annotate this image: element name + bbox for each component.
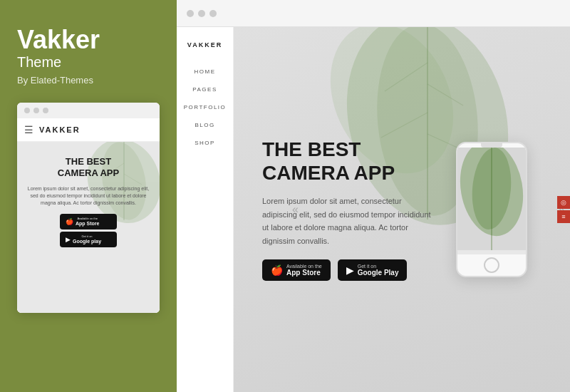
browser-bar — [177, 0, 570, 27]
phone-leaf-decoration — [457, 148, 526, 250]
mini-google-text: Get it onGoogle play — [73, 234, 101, 244]
nav-item-portfolio[interactable]: PORTFOLIO — [177, 98, 233, 116]
mini-google-badge[interactable]: ▶ Get it onGoogle play — [60, 232, 117, 247]
nav-item-pages[interactable]: PAGES — [177, 81, 233, 98]
browser-dot-2 — [198, 10, 205, 17]
edge-icon-2[interactable]: ≡ — [557, 210, 570, 223]
phone-screen — [457, 148, 526, 254]
hero-content: THE BESTCAMERA APP Lorem ipsum dolor sit… — [234, 138, 433, 280]
google-play-icon: ▶ — [346, 264, 354, 276]
edge-icon-1[interactable]: ◎ — [557, 196, 570, 209]
browser-main: VAKKER HOME PAGES PORTFOLIO BLOG SHOP « … — [177, 27, 570, 392]
google-play-badge[interactable]: ▶ Get it on Google Play — [338, 259, 408, 281]
site-brand: VAKKER — [187, 41, 222, 48]
mini-badge-row: 🍎 Available on theApp Store ▶ Get it onG… — [26, 214, 151, 248]
apple-store-badge[interactable]: 🍎 Available on the App Store — [262, 259, 331, 281]
mini-hero-title: THE BESTCAMERA APP — [26, 156, 151, 180]
nav-arrow-left[interactable]: « — [292, 203, 299, 216]
browser-dot-3 — [209, 10, 217, 17]
browser-dot-1 — [187, 10, 194, 17]
mini-hero-body: Lorem ipsum dolor sit amet, consectetur … — [26, 185, 151, 206]
mini-apple-text: Available on theApp Store — [76, 217, 99, 227]
theme-title: Vakker — [17, 26, 100, 54]
google-badge-text: Get it on Google Play — [358, 264, 399, 277]
site-sidebar: VAKKER HOME PAGES PORTFOLIO BLOG SHOP — [177, 27, 234, 392]
mini-browser-bar — [17, 103, 160, 118]
mini-browser-content: ☰ VAKKER THE BESTCAMERA APP Lorem ipsum … — [17, 118, 160, 313]
nav-item-shop[interactable]: SHOP — [177, 134, 233, 152]
mini-apple-badge[interactable]: 🍎 Available on theApp Store — [60, 214, 117, 229]
mini-browser-mockup: ☰ VAKKER THE BESTCAMERA APP Lorem ipsum … — [17, 103, 160, 313]
google-play-icon: ▶ — [66, 236, 71, 243]
hero-body: Lorem ipsum dolor sit amet, consectetur … — [262, 195, 433, 248]
mini-hero: THE BESTCAMERA APP Lorem ipsum dolor sit… — [17, 142, 160, 313]
hero-badges: 🍎 Available on the App Store ▶ Get it on… — [262, 259, 433, 281]
theme-subtitle: Theme — [17, 54, 61, 71]
mini-dot-2 — [33, 108, 39, 113]
hero-title: THE BESTCAMERA APP — [262, 138, 433, 184]
left-panel: Vakker Theme By Elated-Themes ☰ VAKKER — [0, 0, 177, 392]
right-edge-icons: ◎ ≡ — [557, 196, 570, 223]
phone-home-button — [484, 257, 499, 273]
mini-hamburger-icon: ☰ — [24, 124, 33, 135]
mini-nav-brand: VAKKER — [39, 125, 81, 134]
mini-hero-content: THE BESTCAMERA APP Lorem ipsum dolor sit… — [17, 142, 160, 257]
mini-nav-bar: ☰ VAKKER — [17, 118, 160, 142]
apple-icon: 🍎 — [271, 264, 283, 276]
mini-dot-3 — [43, 108, 48, 113]
apple-icon: 🍎 — [66, 218, 73, 225]
phone-mockup — [456, 142, 527, 277]
right-panel: VAKKER HOME PAGES PORTFOLIO BLOG SHOP « … — [177, 0, 570, 392]
apple-badge-text: Available on the App Store — [286, 264, 322, 277]
theme-author: By Elated-Themes — [17, 75, 93, 86]
nav-item-home[interactable]: HOME — [177, 63, 233, 81]
nav-item-blog[interactable]: BLOG — [177, 116, 233, 134]
site-hero: « » THE BESTCAMERA APP Lorem ipsum dolor… — [234, 27, 570, 392]
mini-dot-1 — [24, 108, 30, 113]
